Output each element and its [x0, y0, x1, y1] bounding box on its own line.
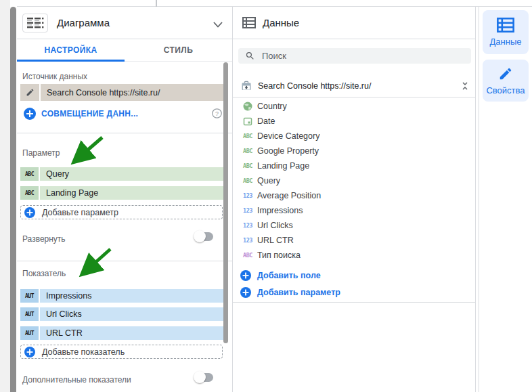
search-input[interactable] [261, 50, 450, 62]
number-type-icon: 123 [240, 207, 255, 214]
field-row[interactable]: 123 Url Clicks [233, 218, 471, 233]
field-label: Date [257, 116, 275, 126]
field-row[interactable]: Country [233, 99, 471, 114]
plus-circle-icon [24, 347, 35, 357]
table-icon [242, 17, 256, 28]
field-label: Landing Page [257, 161, 309, 171]
window-scrollbar[interactable] [10, 7, 16, 392]
add-dimension-button[interactable]: Добавьте параметр [20, 205, 223, 219]
dimension-chip[interactable]: ABC Query [20, 167, 223, 181]
add-parameter-button[interactable]: Добавить параметр [240, 286, 340, 299]
dimension-section-label: Параметр [22, 148, 60, 158]
dimension-name: Landing Page [40, 186, 223, 200]
dimension-name: Query [40, 167, 223, 181]
add-metric-button[interactable]: Добавьте показатель [20, 345, 223, 359]
canvas-top-strip [17, 0, 532, 7]
looker-studio-editor: Диаграмма НАСТРОЙКА СТИЛЬ Источник данны… [0, 0, 532, 392]
blend-data-link[interactable]: СОВМЕЩЕНИЕ ДАНН... [24, 107, 138, 121]
tab-setup[interactable]: НАСТРОЙКА [17, 39, 125, 61]
field-label: Google Property [257, 146, 319, 156]
plus-circle-icon [240, 287, 251, 298]
data-source-section-label: Источник данных [22, 72, 87, 81]
field-type-badge: ABC [20, 186, 39, 200]
search-icon [245, 51, 255, 61]
plus-circle-icon [240, 270, 251, 281]
tab-style[interactable]: СТИЛЬ [125, 39, 232, 61]
metric-name: URL CTR [40, 326, 223, 340]
sidebar-data-button[interactable]: Данные [483, 10, 529, 54]
optional-metrics-toggle[interactable] [195, 373, 213, 382]
field-label: URL CTR [257, 236, 294, 245]
section-divider [17, 261, 232, 261]
field-label: Country [257, 102, 287, 111]
text-type-icon: ABC [240, 252, 255, 259]
right-sidebar: Данные Свойства [479, 7, 532, 392]
dimension-chip[interactable]: ABC Landing Page [20, 186, 223, 200]
sidebar-properties-button[interactable]: Свойства [483, 60, 529, 102]
data-fields-panel: Данные Search Console https://site.ru/ [233, 7, 476, 392]
chevron-down-icon[interactable] [213, 18, 223, 30]
aggregation-badge: AUT [20, 307, 39, 321]
table-chart-thumbnail-icon [22, 14, 48, 32]
blend-data-label: СОВМЕЩЕНИЕ ДАНН... [41, 109, 138, 118]
chart-type-label: Диаграмма [57, 17, 110, 28]
add-field-label: Добавить поле [257, 271, 321, 280]
window-scroll-track [0, 0, 10, 392]
sidebar-data-label: Данные [490, 37, 522, 47]
svg-text:?: ? [215, 110, 219, 117]
panel-scrollbar[interactable] [223, 62, 228, 343]
field-row[interactable]: 123 URL CTR [233, 233, 471, 248]
field-label: Тип поиска [257, 251, 301, 260]
text-type-icon: ABC [240, 133, 255, 139]
field-search[interactable] [238, 48, 471, 64]
field-label: Device Category [257, 131, 319, 141]
metric-name: Impressions [40, 289, 223, 303]
drill-down-toggle[interactable] [195, 232, 213, 241]
metric-chip[interactable]: AUT Impressions [20, 289, 223, 303]
field-row[interactable]: 123 Impressions [233, 203, 471, 218]
data-panel-title: Данные [263, 17, 299, 28]
add-metric-label: Добавьте показатель [42, 347, 125, 357]
field-row[interactable]: ABC Google Property [233, 144, 471, 158]
collapse-icon[interactable] [461, 82, 469, 90]
add-field-button[interactable]: Добавить поле [240, 269, 321, 282]
text-type-icon: ABC [240, 148, 255, 154]
field-row[interactable]: ABC Тип поиска [233, 248, 471, 263]
add-parameter-label: Добавить параметр [257, 288, 340, 297]
metric-name: Url Clicks [40, 307, 223, 321]
text-type-icon: ABC [240, 162, 255, 169]
divider [233, 97, 475, 97]
field-label: Average Position [257, 191, 321, 200]
edit-pencil-icon[interactable] [20, 84, 39, 101]
data-source-name: Search Console https://site.ru/ [258, 81, 371, 91]
number-type-icon: 123 [240, 222, 255, 229]
number-type-icon: 123 [240, 192, 255, 199]
section-divider [17, 133, 232, 133]
settings-tabs: НАСТРОЙКА СТИЛЬ [17, 39, 232, 62]
field-row[interactable]: ABC Device Category [233, 129, 471, 144]
globe-icon [240, 102, 255, 111]
metric-chip[interactable]: AUT URL CTR [20, 326, 223, 340]
field-label: Url Clicks [257, 221, 293, 230]
plus-circle-icon [24, 108, 36, 120]
data-source-chip[interactable]: Search Console https://site.ru/ [20, 84, 223, 101]
table-icon [497, 18, 514, 32]
divider [233, 302, 475, 303]
metric-chip[interactable]: AUT Url Clicks [20, 307, 223, 321]
data-source-row[interactable]: Search Console https://site.ru/ [233, 76, 475, 96]
add-dimension-label: Добавьте параметр [42, 208, 118, 217]
pencil-icon [498, 66, 513, 81]
field-row[interactable]: ABC Query [233, 173, 471, 188]
chart-settings-panel: Диаграмма НАСТРОЙКА СТИЛЬ Источник данны… [17, 7, 233, 392]
chart-type-header[interactable]: Диаграмма [17, 7, 232, 39]
field-row[interactable]: Date [233, 114, 471, 129]
canvas-page-edge [156, 0, 157, 7]
data-source-connector-icon [241, 81, 252, 91]
help-icon[interactable]: ? [212, 108, 222, 121]
drill-down-label: Развернуть [22, 234, 66, 244]
sidebar-properties-label: Свойства [486, 85, 525, 95]
field-row[interactable]: ABC Landing Page [233, 158, 471, 173]
optional-metrics-label: Дополнительные показатели [22, 375, 131, 385]
field-label: Query [257, 176, 280, 186]
field-row[interactable]: 123 Average Position [233, 188, 471, 203]
